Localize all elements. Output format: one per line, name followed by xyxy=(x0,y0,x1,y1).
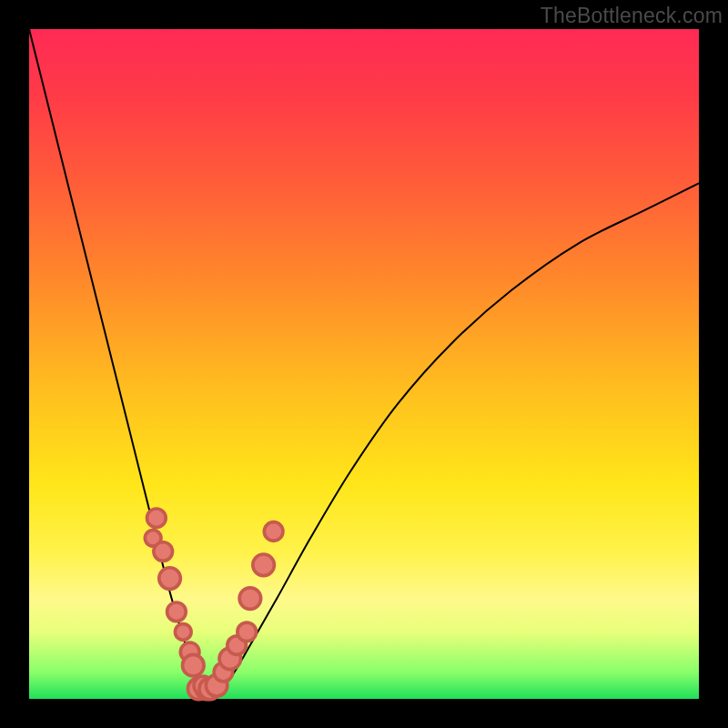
watermark-text: TheBottleneck.com xyxy=(541,4,723,28)
sample-dot xyxy=(238,622,257,642)
sample-dot xyxy=(175,624,191,641)
sample-dot xyxy=(167,602,187,622)
sample-dot xyxy=(183,654,205,676)
curve-layer xyxy=(29,29,699,699)
sample-dot xyxy=(159,568,181,590)
sample-dot xyxy=(239,588,261,610)
sample-dot xyxy=(147,509,167,528)
sample-dot xyxy=(264,522,283,541)
chart-frame: TheBottleneck.com xyxy=(0,0,728,728)
sample-dot xyxy=(253,554,275,576)
sample-dot xyxy=(154,542,173,561)
dot-group xyxy=(145,509,283,700)
bottleneck-curve xyxy=(29,29,699,699)
plot-area xyxy=(29,29,699,699)
